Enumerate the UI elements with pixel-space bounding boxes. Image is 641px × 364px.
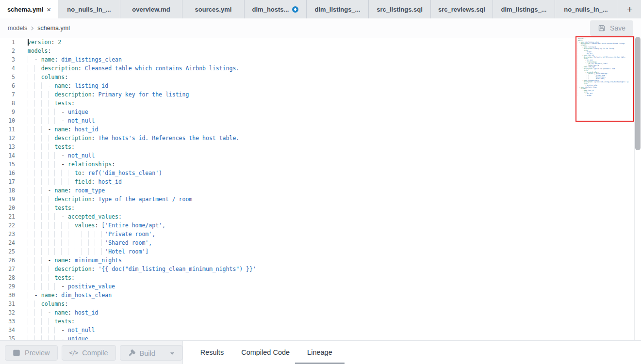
code-line[interactable]: 2models:	[0, 47, 641, 55]
line-content: columns:	[23, 73, 68, 81]
line-content: - name: room_type	[23, 186, 105, 195]
preview-label: Preview	[25, 349, 50, 357]
code-line[interactable]: 27 description: '{{ doc("dim_listing_cle…	[0, 265, 641, 273]
line-number: 11	[0, 125, 23, 134]
panel-tab-results[interactable]: Results	[200, 341, 224, 364]
compile-button[interactable]: </> Compile	[62, 345, 116, 361]
code-line[interactable]: 28 tests:	[0, 273, 641, 282]
code-line[interactable]: 21 - accepted_values:	[0, 212, 641, 221]
code-line[interactable]: 30 - name: dim_hosts_clean	[0, 291, 641, 300]
code-line[interactable]: 18 - name: room_type	[0, 186, 641, 195]
line-number: 24	[0, 238, 23, 247]
code-line[interactable]: 22 values: ['Entire home/apt',	[0, 221, 641, 230]
file-tab[interactable]: schema.yml×	[0, 0, 58, 18]
line-number: 3	[0, 55, 23, 64]
file-tab-label: no_nulls_in_...	[67, 6, 111, 13]
code-line[interactable]: 31 columns:	[0, 300, 641, 308]
line-content: tests:	[23, 273, 75, 282]
line-number: 12	[0, 134, 23, 142]
line-number: 25	[0, 247, 23, 256]
new-tab-button[interactable]: +	[619, 0, 641, 18]
code-line[interactable]: 23 'Private room',	[0, 230, 641, 238]
line-number: 33	[0, 317, 23, 326]
save-button[interactable]: Save	[590, 20, 633, 36]
line-content: - not_null	[23, 116, 95, 125]
code-line[interactable]: 15 - relationships:	[0, 160, 641, 169]
code-line[interactable]: 16 to: ref('dim_hosts_clean')	[0, 169, 641, 177]
file-tab[interactable]: src_reviews.sql	[431, 0, 493, 18]
code-line[interactable]: 20 tests:	[0, 204, 641, 212]
code-line[interactable]: 34 - not_null	[0, 326, 641, 334]
code-line[interactable]: 19 description: Type of the apartment / …	[0, 195, 641, 204]
code-line[interactable]: 32 - name: host_id	[0, 308, 641, 317]
code-line[interactable]: 3 - name: dim_listings_clean	[0, 55, 641, 64]
file-tab[interactable]: dim_listings_...	[493, 0, 555, 18]
panel-tab-compiled-code[interactable]: Compiled Code	[241, 341, 290, 364]
close-icon[interactable]: ×	[47, 6, 51, 13]
breadcrumb-item[interactable]: models	[8, 25, 27, 32]
line-number: 28	[0, 273, 23, 282]
preview-button[interactable]: Preview	[5, 345, 58, 361]
compile-code-icon: </>	[69, 349, 78, 356]
line-content: - name: minimum_nights	[23, 256, 122, 265]
line-content: models:	[23, 47, 51, 55]
line-content: - accepted_values:	[23, 212, 122, 221]
file-tab-label: dim_hosts...	[252, 6, 289, 13]
line-content: tests:	[23, 317, 75, 326]
compile-label: Compile	[82, 349, 108, 357]
code-line[interactable]: 29 - positive_value	[0, 282, 641, 291]
line-number: 23	[0, 230, 23, 238]
code-line[interactable]: 25 'Hotel room']	[0, 247, 641, 256]
line-content: 'Hotel room']	[23, 247, 148, 256]
file-tab[interactable]: no_nulls_in_...	[58, 0, 120, 18]
file-tab[interactable]: overview.md	[120, 0, 182, 18]
line-content: 'Shared room',	[23, 238, 152, 247]
file-tab[interactable]: dim_listings_...	[307, 0, 369, 18]
code-line[interactable]: 9 - unique	[0, 108, 641, 116]
line-number: 13	[0, 142, 23, 151]
line-content: description: Type of the apartment / roo…	[23, 195, 192, 204]
code-line[interactable]: 33 tests:	[0, 317, 641, 326]
line-content: description: The hosts's id. References …	[23, 134, 239, 142]
build-button[interactable]: Build	[120, 346, 163, 361]
code-line[interactable]: 26 - name: minimum_nights	[0, 256, 641, 265]
code-line[interactable]: 1version: 2	[0, 38, 641, 47]
line-content: tests:	[23, 142, 75, 151]
editor-scrollbar[interactable]	[634, 36, 641, 340]
line-content: columns:	[23, 300, 68, 308]
file-tab[interactable]: no_nulls_in_...	[555, 0, 617, 18]
code-line[interactable]: 6 - name: listing_id	[0, 81, 641, 90]
file-tab[interactable]: sources.yml	[182, 0, 245, 18]
code-line[interactable]: 4 description: Cleansed table which cont…	[0, 64, 641, 73]
line-number: 4	[0, 64, 23, 73]
line-number: 29	[0, 282, 23, 291]
code-line[interactable]: 5 columns:	[0, 73, 641, 81]
build-dropdown-button[interactable]	[163, 346, 182, 361]
file-tab[interactable]: src_listings.sql	[369, 0, 431, 18]
code-line[interactable]: 7 description: Primary key for the listi…	[0, 90, 641, 99]
line-number: 20	[0, 204, 23, 212]
code-line[interactable]: 10 - not_null	[0, 116, 641, 125]
file-tab[interactable]: dim_hosts...	[245, 0, 307, 18]
code-area[interactable]: 1version: 22models:3 - name: dim_listing…	[0, 38, 641, 340]
line-content: version: 2	[23, 38, 61, 47]
code-editor[interactable]: 1version: 22models:3 - name: dim_listing…	[0, 38, 641, 340]
code-line[interactable]: 13 tests:	[0, 142, 641, 151]
code-line[interactable]: 12 description: The hosts's id. Referenc…	[0, 134, 641, 142]
code-line[interactable]: 24 'Shared room',	[0, 238, 641, 247]
code-line[interactable]: 35 - unique	[0, 334, 641, 340]
panel-tab-lineage[interactable]: Lineage	[307, 341, 332, 364]
line-number: 35	[0, 334, 23, 340]
code-line[interactable]: 8 tests:	[0, 99, 641, 108]
line-number: 10	[0, 116, 23, 125]
line-number: 32	[0, 308, 23, 317]
code-line[interactable]: 17 field: host_id	[0, 177, 641, 186]
scrollbar-thumb[interactable]	[635, 37, 641, 150]
breadcrumb-item[interactable]: schema.yml	[37, 25, 70, 32]
code-line[interactable]: 14 - not_null	[0, 151, 641, 160]
line-content: 'Private room',	[23, 230, 155, 238]
action-buttons: Preview </> Compile Build	[0, 341, 182, 364]
file-tab-label: schema.yml	[7, 6, 43, 13]
code-line[interactable]: 11 - name: host_id	[0, 125, 641, 134]
file-tab-bar: schema.yml×no_nulls_in_...overview.mdsou…	[0, 0, 641, 18]
